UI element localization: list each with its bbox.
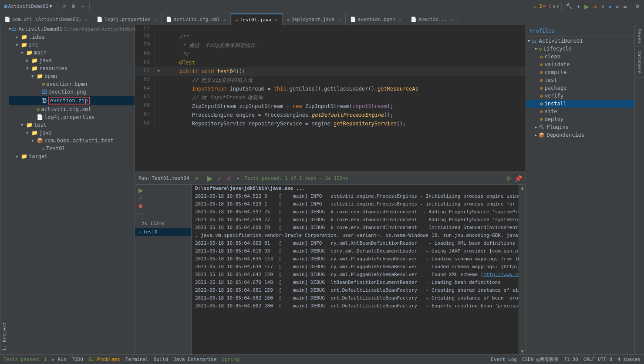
console-scrollbar[interactable]: ▲ ▼ [519, 185, 526, 354]
vtab-database[interactable]: Database [635, 47, 644, 78]
table-row: 63 // 定义zip文件的输入流 [135, 76, 526, 84]
run-all-button[interactable]: ▶ [137, 186, 145, 194]
maven-validate[interactable]: ⚙ validate [526, 61, 634, 68]
maven-verify[interactable]: ⚙ verify [526, 92, 634, 100]
todo-status[interactable]: TODO [71, 357, 83, 362]
maven-install[interactable]: ⚙ install [526, 100, 634, 108]
console-output[interactable]: D:\software\java\jdk8\bin\java.exe ... 2… [192, 185, 519, 354]
spring-link[interactable]: http://www.springframe [483, 272, 519, 277]
deployment-close[interactable]: ✕ [338, 17, 341, 22]
sync-button[interactable]: ⟳ [61, 3, 68, 10]
test-java-arrow: ▼ [26, 131, 30, 135]
maven-plugins[interactable]: ▶ 🔌 Plugins [526, 123, 634, 131]
tree-test[interactable]: ▼ 📁 test [9, 121, 135, 129]
problems-status[interactable]: 6: Problems [88, 357, 120, 362]
crlf-encoding[interactable]: CRLF UTF-8 [583, 357, 612, 362]
tab-cfg[interactable]: 📄 activiti.cfg.xml ✕ [162, 13, 231, 25]
tree-evection-bpmn[interactable]: ▶ ⚙ evection.bpmn [9, 80, 135, 88]
top-toolbar: ■ ActivitiDemo01 ▼ ⟳ ⚙ ─ ⚠ 2 ✖ 6 ∧ ∨ 🔨 +… [0, 0, 644, 13]
scroll-down[interactable]: ▼ [519, 348, 526, 354]
pom-close[interactable]: ✕ [85, 17, 88, 22]
run-button[interactable]: ▶ [583, 2, 591, 11]
target-icon: 📁 [21, 153, 27, 159]
up-icon[interactable]: ∧ [553, 3, 556, 9]
run-filter[interactable]: ⋯ [137, 210, 145, 218]
bpmn-close[interactable]: ✕ [399, 17, 401, 22]
evection-close[interactable]: ✕ [451, 17, 453, 22]
tab-deployment[interactable]: ☕ Deployment.java ✕ [283, 13, 346, 25]
hash-button[interactable]: # [600, 3, 606, 10]
maven-settings[interactable]: ⚙ [634, 3, 641, 10]
log4j-close[interactable]: ✕ [154, 17, 157, 22]
event-log[interactable]: Event Log [491, 357, 517, 362]
tree-resources[interactable]: ▼ 📁 resources [9, 64, 135, 72]
code-editor[interactable]: 57 58 /** 59 [135, 25, 526, 172]
run-stop[interactable]: ⏹ [137, 202, 145, 210]
tree-root[interactable]: ▼ 🗂 ActivitiDemo01 E:\workspace\Activiti… [9, 25, 135, 33]
cfg-close[interactable]: ✕ [223, 17, 226, 22]
tree-evection-zip[interactable]: ▶ 🗜 evection.zip [9, 96, 135, 105]
tree-package[interactable]: ▼ 📦 com.bobo.activiti.test [9, 137, 135, 145]
scroll-up[interactable]: ▲ [519, 185, 526, 191]
run-failed-button[interactable]: ↺ [225, 175, 233, 182]
maven-label[interactable]: m [592, 3, 599, 10]
settings-run-button[interactable]: ⚙ [505, 175, 513, 182]
rerun-button[interactable]: ▶ [206, 175, 214, 182]
maven-compile[interactable]: ⚙ compile [526, 68, 634, 76]
spring-status[interactable]: Spring [222, 357, 239, 362]
maven-lifecycle-item[interactable]: ▼ ⚙ Lifecycle [526, 45, 634, 53]
settings-button[interactable]: ⚙ [70, 3, 78, 10]
project-folder-icon: 🗂 [12, 26, 17, 32]
tree-src[interactable]: ▼ 📁 src [9, 41, 135, 49]
add-config-button[interactable]: + [575, 3, 581, 10]
maven-root[interactable]: ▼ 🗂 ActivitiDemo01 [526, 37, 634, 45]
maven-deploy[interactable]: ⚙ deploy [526, 115, 634, 123]
error-badge[interactable]: ✖ 6 [543, 3, 552, 9]
tab-evection[interactable]: 📄 evectic... ✕ [406, 13, 458, 25]
build-status[interactable]: Build [154, 357, 168, 362]
maven-clean[interactable]: ⚙ clean [526, 53, 634, 61]
tree-target[interactable]: ▶ 📁 target [9, 152, 135, 160]
pin-run-button[interactable]: 📌 [514, 175, 522, 182]
tree-log4j[interactable]: ▶ 📄 log4j.properties [9, 113, 135, 121]
close-run-tab[interactable]: ✕ [193, 175, 201, 182]
run-check[interactable]: ✓ [137, 194, 145, 202]
down-icon[interactable]: ∨ [556, 3, 560, 9]
align-button[interactable]: ≡ [614, 3, 620, 10]
tab-bpmn[interactable]: 📄 evection.bpmn ✕ [346, 13, 406, 25]
maven-dependencies[interactable]: ▶ 📦 Dependencies [526, 131, 634, 139]
tab-pom[interactable]: 📄 pom.xml (ActivitiDemo01) ✕ [0, 13, 92, 25]
test-item[interactable]: ✓ test0 [135, 228, 191, 236]
terminal-status[interactable]: Terminal [125, 357, 148, 362]
run-passed-button[interactable]: ✓ [216, 175, 223, 182]
tree-bpmn-folder[interactable]: ▼ 📁 bpmn [9, 72, 135, 80]
tree-test-java[interactable]: ▼ 📁 java [9, 129, 135, 137]
align2-button[interactable]: ≣ [621, 3, 629, 10]
tree-activiti-cfg[interactable]: ▶ ⚙ activiti.cfg.xml [9, 105, 135, 113]
maven-package[interactable]: ⚙ package [526, 84, 634, 92]
test-time-item[interactable]: -2s 132ms [135, 219, 191, 228]
warning-badge[interactable]: ⚠ 2 [533, 3, 542, 9]
run-test-name[interactable]: Test01.test04 [152, 175, 189, 181]
indent-label[interactable]: 4 spaces [617, 357, 641, 362]
project-vertical-tab[interactable]: 1: Project [0, 25, 9, 354]
tab-test01[interactable]: ☕ Test01.java ✕ [231, 13, 283, 25]
tree-idea[interactable]: ▶ 📁 .idea [9, 33, 135, 41]
run-status-btn[interactable]: ▶ Run [52, 357, 66, 362]
maven-test[interactable]: ⚙ test [526, 76, 634, 84]
tab-log4j[interactable]: 📄 log4j.properties ✕ [92, 13, 162, 25]
tree-main[interactable]: ▼ 📁 main [9, 49, 135, 57]
table-row: 60 */ [135, 50, 526, 58]
tree-java[interactable]: ▶ 📁 java [9, 57, 135, 64]
build-button[interactable]: 🔨 [564, 2, 574, 10]
profile-button[interactable]: ● [607, 3, 614, 10]
evection-png-spacer: ▶ [37, 90, 41, 94]
tree-test01[interactable]: ▶ ☕ Test01 [9, 145, 135, 152]
tree-evection-png[interactable]: ▶ 🖼 evection.png [9, 88, 135, 96]
test01-close[interactable]: ✕ [275, 17, 277, 22]
maven-site[interactable]: ⚙ site [526, 108, 634, 115]
project-menu[interactable]: ■ ActivitiDemo01 ▼ [3, 3, 54, 10]
minimize-button[interactable]: ─ [79, 3, 86, 10]
vtab-maven[interactable]: Maven [635, 25, 644, 47]
java-enterprise-status[interactable]: Java Enterprise [173, 357, 216, 362]
